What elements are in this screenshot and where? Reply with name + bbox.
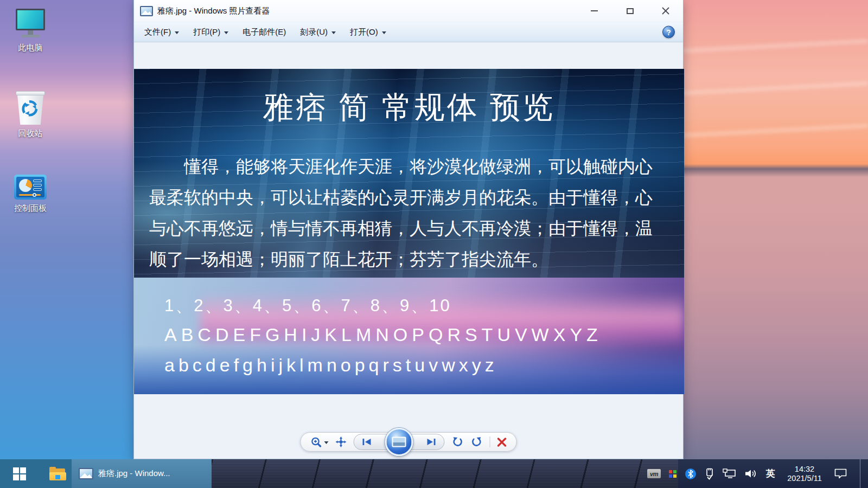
viewer-toolbar [301,432,517,452]
magnifier-icon [311,436,323,447]
minimize-icon [591,10,598,11]
control-panel-icon [14,175,47,200]
navigation-group [354,434,445,450]
rotate-cw-icon [471,436,483,447]
menu-email-label: 电子邮件(E) [242,27,286,37]
toolbar-divider [490,436,490,447]
paragraph-line: 懂得，能够将天涯化作天涯，将沙漠化做绿洲，可以触碰内心 [149,151,662,182]
next-button[interactable] [426,438,436,446]
desktop-icon-this-pc[interactable]: 此电脑 [5,7,55,53]
delete-button[interactable] [497,438,507,447]
menu-file-label: 文件(F) [144,27,171,37]
rotate-clockwise-button[interactable] [471,436,483,447]
clock-date: 2021/5/11 [787,474,821,483]
menu-email[interactable]: 电子邮件(E) [238,23,291,41]
color-grid-icon [669,470,676,478]
photo-viewer-app-icon [79,468,93,479]
color-grid-tray-icon[interactable] [669,470,676,478]
font-preview-paragraph: 懂得，能够将天涯化作天涯，将沙漠化做绿洲，可以触碰内心 最柔软的中央，可以让枯菱… [149,151,662,275]
next-icon [426,438,436,446]
show-desktop-button[interactable] [860,459,863,488]
font-preview-heading: 雅痞 简 常规体 预览 [134,87,684,129]
minimize-button[interactable] [588,4,601,17]
desktop-icon-label: 回收站 [18,129,43,139]
menu-burn[interactable]: 刻录(U) [295,23,341,41]
desktop: 此电脑 回收站 [0,0,868,488]
system-tray: vm [647,459,868,488]
volume-tray-icon[interactable] [744,468,758,479]
help-icon: ? [666,28,671,36]
rotate-ccw-icon [452,436,464,447]
vmware-icon: vm [647,469,661,478]
paragraph-line: 与心不再悠远，情与情不再相猜，人与人不再冷漠；由于懂得，温 [149,213,662,244]
file-explorer-button[interactable] [44,459,71,488]
desktop-icon-label: 控制面板 [14,203,47,214]
volume-icon [744,468,758,479]
paragraph-line: 最柔软的中央，可以让枯菱的心灵开满岁月的花朵。由于懂得，心 [149,182,662,213]
chevron-down-icon [324,441,329,444]
usb-tray-icon[interactable] [705,467,714,480]
close-button[interactable] [659,4,672,17]
desktop-icon-recycle-bin[interactable]: 回收站 [5,91,55,139]
taskbar-app-label: 雅痞.jpg - Window... [98,468,170,479]
font-preview-numbers: 1、2、3、4、5、6、7、8、9、10 [164,294,451,317]
slideshow-button[interactable] [385,428,413,456]
windows-logo-icon [13,467,26,480]
chevron-down-icon [175,31,179,34]
taskbar-wood-region [212,459,678,488]
actual-size-icon [336,436,347,447]
slideshow-icon [392,437,406,447]
ime-indicator[interactable]: 英 [766,467,775,480]
photo-viewer-app-icon [140,6,153,16]
action-center-icon [834,468,847,479]
clock-time: 14:32 [795,465,814,474]
paragraph-line: 顺了一场相遇；明丽了陌上花开；芬芳了指尖流年。 [149,244,662,275]
usb-icon [705,467,714,480]
menu-file[interactable]: 文件(F) [139,23,184,41]
window-title: 雅痞.jpg - Windows 照片查看器 [157,6,270,16]
bluetooth-tray-icon[interactable] [685,468,697,480]
close-icon [662,7,669,15]
action-center-button[interactable] [834,468,847,479]
font-preview-uppercase: ABCDEFGHIJKLMNOPQRSTUVWXYZ [164,324,602,345]
help-button[interactable]: ? [662,26,675,38]
start-button[interactable] [7,459,33,488]
titlebar[interactable]: 雅痞.jpg - Windows 照片查看器 [134,0,683,22]
taskbar: 雅痞.jpg - Window... vm [0,459,868,488]
rotate-counterclockwise-button[interactable] [452,436,464,447]
this-pc-icon [14,7,47,39]
chevron-down-icon [382,31,386,34]
menu-burn-label: 刻录(U) [300,27,328,37]
maximize-icon [627,8,634,14]
maximize-button[interactable] [623,4,636,17]
folder-icon [49,467,66,480]
recycle-arrows-icon [21,100,40,117]
menu-open-label: 打开(O) [350,27,378,37]
previous-button[interactable] [362,438,372,446]
menu-print[interactable]: 打印(P) [188,23,233,41]
menubar: 文件(F) 打印(P) 电子邮件(E) 刻录(U) 打开(O) ? [134,22,683,42]
network-tray-icon[interactable] [723,468,736,479]
bluetooth-icon [685,468,697,480]
taskbar-clock[interactable]: 14:32 2021/5/11 [783,465,826,483]
vmware-tray-icon[interactable]: vm [647,469,661,478]
zoom-button[interactable] [311,436,329,447]
taskbar-app-button[interactable]: 雅痞.jpg - Window... [72,459,212,488]
desktop-icon-control-panel[interactable]: 控制面板 [5,175,55,214]
desktop-icon-label: 此电脑 [18,43,43,53]
chevron-down-icon [224,31,228,34]
menu-print-label: 打印(P) [193,27,220,37]
network-icon [723,468,736,479]
actual-size-button[interactable] [336,436,347,447]
chevron-down-icon [331,31,336,34]
photo-viewer-window: 雅痞.jpg - Windows 照片查看器 文件(F) 打印(P) [133,0,684,459]
menu-open[interactable]: 打开(O) [345,23,391,41]
displayed-photo: 雅痞 简 常规体 预览 懂得，能够将天涯化作天涯，将沙漠化做绿洲，可以触碰内心 … [134,69,684,394]
delete-icon [497,438,507,447]
recycle-bin-icon [15,91,46,125]
previous-icon [362,438,372,446]
font-preview-lowercase: abcdefghijklmnopqrstuvwxyz [164,355,498,376]
